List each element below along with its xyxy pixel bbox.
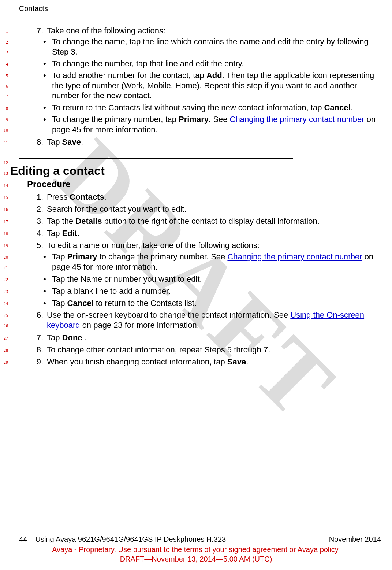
text: .: [81, 137, 83, 147]
bullet-text: Tap a blank line to add a number.: [52, 286, 381, 296]
bold: Edit: [62, 229, 78, 238]
text: Tap: [52, 252, 67, 261]
list-text: To change other contact information, rep…: [47, 345, 381, 355]
list-item: 9. When you finish changing contact info…: [19, 357, 381, 367]
bullet: • To add another number for the contact,…: [19, 70, 381, 101]
list-number: 5.: [19, 240, 47, 251]
line-num: 3: [0, 49, 8, 55]
text: button to the right of the contact to di…: [102, 216, 319, 226]
line-num: 21: [0, 265, 8, 270]
bold: Save: [227, 357, 246, 366]
footer-line-1: 44 Using Avaya 9621G/9641G/9641GS IP Des…: [19, 535, 381, 544]
proc-step-5: 5. To edit a name or number, take one of…: [19, 240, 381, 251]
bullet-text: Tap Primary to change the primary number…: [52, 252, 381, 272]
footer-proprietary: Avaya - Proprietary. Use pursuant to the…: [0, 545, 392, 554]
text: When you finish changing contact informa…: [47, 357, 227, 366]
bold: Primary: [179, 115, 209, 124]
bullet: • To change the name, tap the line which…: [19, 37, 381, 57]
proc-step-7: 7. Tap Done .: [19, 333, 381, 343]
step-7-bullet-3: • To add another number for the contact,…: [19, 70, 381, 101]
list-text: Press Contacts.: [47, 192, 381, 202]
footer-draft-stamp: DRAFT—November 13, 2014—5:00 AM (UTC): [0, 555, 392, 563]
bullet-icon: •: [43, 252, 52, 272]
line-num: 6: [0, 84, 8, 89]
line-num: 20: [0, 255, 8, 260]
proc-step-5-bullet-3: • Tap a blank line to add a number.: [19, 286, 381, 296]
proc-step-5-bullet-1: • Tap Primary to change the primary numb…: [19, 252, 381, 272]
bullet-icon: •: [43, 59, 52, 69]
bullet-text: To change the number, tap that line and …: [52, 59, 381, 69]
list-item: 1. Press Contacts.: [19, 192, 381, 202]
link-primary-contact-number[interactable]: Changing the primary contact number: [230, 115, 365, 124]
list-number: 8.: [19, 137, 47, 147]
line-num: 14: [0, 183, 8, 189]
text: Press: [47, 192, 70, 201]
page: DRAFT Contacts 1 2 3 4 5 6 7 8 9 10 11 1…: [0, 0, 392, 570]
text: Tap: [52, 299, 67, 308]
text: To return to the Contacts list without s…: [52, 103, 324, 112]
text: To add another number for the contact, t…: [52, 71, 206, 80]
list-number: 2.: [19, 204, 47, 214]
bullet-icon: •: [43, 70, 52, 101]
footer-date: November 2014: [329, 535, 381, 544]
line-num: 7: [0, 93, 8, 99]
step-7-bullet-1: • To change the name, tap the line which…: [19, 37, 381, 57]
bullet-text: To change the name, tap the line which c…: [52, 37, 381, 57]
bullet-text: To return to the Contacts list without s…: [52, 103, 381, 113]
heading-editing-contact: Editing a contact: [10, 163, 381, 178]
bullet-text: To change the primary number, tap Primar…: [52, 114, 381, 134]
text: .: [351, 103, 353, 112]
list-number: 3.: [19, 216, 47, 226]
footer-left: 44 Using Avaya 9621G/9641G/9641GS IP Des…: [19, 535, 226, 544]
proc-step-8: 8. To change other contact information, …: [19, 345, 381, 355]
bold: Save: [62, 137, 81, 147]
text: Use the on-screen keyboard to change the…: [47, 310, 290, 319]
page-content: Contacts 1 2 3 4 5 6 7 8 9 10 11 12 13 1…: [0, 0, 392, 570]
text: .: [82, 333, 87, 342]
line-num: 19: [0, 243, 8, 249]
text: Tap: [47, 137, 62, 147]
step-7-bullet-4: • To return to the Contacts list without…: [19, 103, 381, 113]
page-number: 44: [19, 535, 27, 543]
line-num: 27: [0, 336, 8, 341]
line-num: 23: [0, 289, 8, 295]
list-number: 6.: [19, 310, 47, 330]
list-text: Tap Done .: [47, 333, 381, 343]
list-item: 8. Tap Save.: [19, 137, 381, 147]
heading-procedure: Procedure: [19, 179, 381, 190]
step-8: 8. Tap Save.: [19, 137, 381, 147]
bold: Details: [75, 216, 102, 226]
section-header: Contacts: [19, 4, 48, 13]
list-text: When you finish changing contact informa…: [47, 357, 381, 367]
proc-step-4: 4. Tap Edit.: [19, 228, 381, 238]
bullet: • Tap Cancel to return to the Contacts l…: [19, 298, 381, 308]
list-text: Tap Edit.: [47, 228, 381, 238]
list-number: 4.: [19, 228, 47, 238]
bullet-icon: •: [43, 298, 52, 308]
line-num: 9: [0, 117, 8, 123]
bullet-text: Tap the Name or number you want to edit.: [52, 274, 381, 284]
proc-step-5-bullet-2: • Tap the Name or number you want to edi…: [19, 274, 381, 284]
bullet: • Tap a blank line to add a number.: [19, 286, 381, 296]
bullet: • Tap Primary to change the primary numb…: [19, 252, 381, 272]
line-num: 2: [0, 40, 8, 45]
text: to return to the Contacts list.: [94, 299, 197, 308]
list-number: 8.: [19, 345, 47, 355]
line-num: 29: [0, 360, 8, 365]
line-num: 18: [0, 231, 8, 237]
link-primary-contact-number[interactable]: Changing the primary contact number: [227, 252, 362, 261]
list-item: 8. To change other contact information, …: [19, 345, 381, 355]
doc-title: Using Avaya 9621G/9641G/9641GS IP Deskph…: [35, 535, 226, 543]
bold: Primary: [67, 252, 97, 261]
proc-step-5-bullet-4: • Tap Cancel to return to the Contacts l…: [19, 298, 381, 308]
proc-step-3: 3. Tap the Details button to the right o…: [19, 216, 381, 226]
list-number: 7.: [19, 333, 47, 343]
bullet: • To change the number, tap that line an…: [19, 59, 381, 69]
bullet-icon: •: [43, 37, 52, 57]
list-item: 2. Search for the contact you want to ed…: [19, 204, 381, 214]
line-num: 11: [0, 140, 8, 145]
proc-step-6: 6. Use the on-screen keyboard to change …: [19, 310, 381, 330]
proc-step-1: 1. Press Contacts.: [19, 192, 381, 202]
text: Tap: [47, 229, 62, 238]
line-num: 17: [0, 219, 8, 225]
